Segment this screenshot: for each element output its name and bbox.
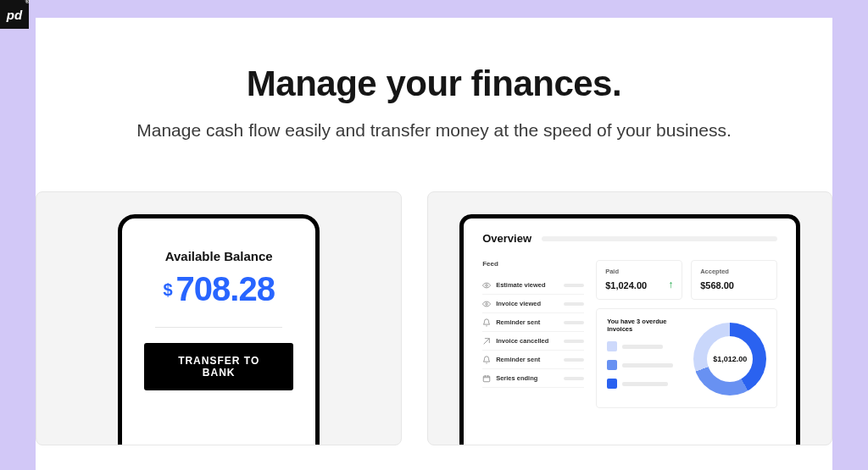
overview-progress-stub [542,236,777,241]
legend-bar-stub [622,363,673,368]
legend-row [607,379,682,389]
placeholder-stub [564,321,584,324]
svg-point-0 [486,285,488,287]
placeholder-stub [564,340,584,343]
overview-header: Overview [482,232,777,245]
hero-section: Manage your finances. Manage cash flow e… [36,64,832,142]
eye-icon [482,300,491,308]
eye-icon [482,281,491,290]
stat-accepted[interactable]: Accepted $568.00 [691,260,777,300]
bell-icon [482,318,491,327]
balance-amount: $ 708.28 [144,270,293,308]
feed-item[interactable]: Estimate viewed [482,276,584,295]
legend-swatch [607,379,617,389]
feed-item[interactable]: Reminder sent [482,313,584,332]
overview-title: Overview [482,232,531,245]
balance-label: Available Balance [144,249,293,263]
hero-title: Manage your finances. [36,64,832,104]
legend-bar-stub [622,345,663,349]
donut-total: $1,012.00 [707,336,753,382]
legend-swatch [607,341,617,351]
currency-symbol: $ [163,280,172,300]
cards-row: Available Balance $ 708.28 TRANSFER TO B… [36,191,832,445]
phone-mock: Available Balance $ 708.28 TRANSFER TO B… [118,214,320,445]
stat-label: Paid [605,268,673,275]
hero-subtitle: Manage cash flow easily and transfer mon… [129,118,739,142]
feed-item[interactable]: Invoice viewed [482,295,584,313]
placeholder-stub [564,377,584,380]
svg-point-1 [486,303,488,306]
feed-item-label: Reminder sent [496,318,540,326]
overdue-legend: You have 3 overdue invoices [607,318,682,397]
feed-item-label: Invoice viewed [496,300,541,307]
dashboard-card: Overview Feed Estimate viewed [427,191,832,445]
tablet-mock: Overview Feed Estimate viewed [459,214,800,445]
overdue-title: You have 3 overdue invoices [607,318,682,333]
main-panel: Manage your finances. Manage cash flow e… [36,18,832,470]
placeholder-stub [564,284,584,287]
stat-value: $568.00 [700,280,768,290]
legend-row [607,341,682,351]
calendar-icon [482,374,491,383]
feed-item-label: Estimate viewed [496,281,545,289]
feed-item-label: Series ending [496,374,537,382]
feed-item-label: Invoice cancelled [496,337,548,345]
placeholder-stub [564,358,584,362]
cancel-icon [482,337,491,346]
svg-rect-2 [483,376,490,382]
placeholder-stub [564,302,584,306]
trend-up-icon: ↑ [668,279,673,290]
feed-item[interactable]: Series ending [482,369,584,388]
stat-value: $1,024.00 [605,280,673,290]
divider [155,327,282,328]
stat-paid[interactable]: Paid $1,024.00 ↑ [596,260,682,300]
brand-logo: pd [0,0,29,29]
legend-row [607,360,682,370]
donut-chart: $1,012.00 [693,323,766,395]
feed-item-label: Reminder sent [496,356,540,363]
feed-column: Feed Estimate viewed Invoice viewed [482,260,584,408]
transfer-to-bank-button[interactable]: TRANSFER TO BANK [144,343,293,390]
legend-bar-stub [622,382,668,386]
balance-card: Available Balance $ 708.28 TRANSFER TO B… [36,191,402,445]
legend-swatch [607,360,617,370]
balance-value: 708.28 [176,270,275,308]
stat-label: Accepted [700,268,768,275]
stats-column: Paid $1,024.00 ↑ Accepted $568.00 [596,260,777,408]
feed-item[interactable]: Invoice cancelled [482,332,584,351]
overdue-invoices-box[interactable]: You have 3 overdue invoices [596,308,777,408]
feed-label: Feed [482,260,584,268]
bell-icon [482,356,491,364]
feed-item[interactable]: Reminder sent [482,351,584,369]
